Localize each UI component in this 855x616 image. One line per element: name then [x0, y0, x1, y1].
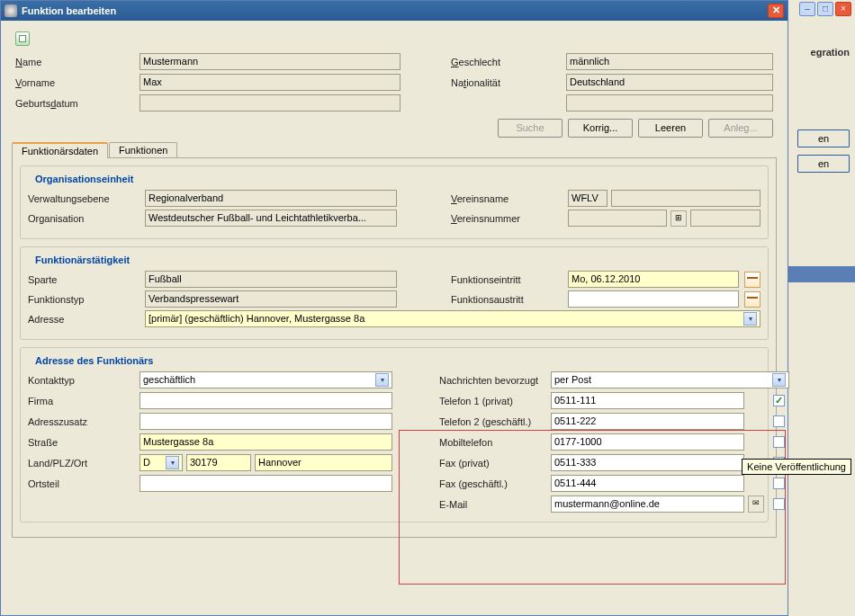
faxgeschaeftl-label: Fax (geschäftl.) — [439, 478, 547, 489]
faxgeschaeftl-field[interactable]: 0511-444 — [551, 475, 744, 492]
group-adresse-title: Adresse des Funktionärs — [32, 355, 157, 366]
firma-label: Firma — [28, 396, 136, 406]
mobiltelefon-checkbox[interactable] — [773, 436, 785, 448]
bg-close-button[interactable]: × — [835, 2, 851, 16]
person-form: Name Mustermann Geschlecht männlich Vorn… — [8, 51, 780, 113]
telefon2-field[interactable]: 0511-222 — [551, 413, 744, 430]
email-label: E-Mail — [439, 499, 547, 510]
tooltip-keine-veroeffentlichung: Keine Veröffentlichung — [742, 459, 851, 475]
name-field[interactable]: Mustermann — [140, 53, 400, 70]
adresszusatz-label: Adresszusatz — [28, 416, 136, 427]
vereinsname-field — [611, 190, 760, 207]
organisation-label: Organisation — [28, 213, 136, 224]
vereinsnummer-lookup-icon[interactable]: ⊞ — [670, 210, 687, 227]
chevron-down-icon[interactable]: ▾ — [375, 373, 389, 387]
faxprivat-label: Fax (privat) — [439, 458, 547, 469]
funktionstyp-field: Verbandspressewart — [145, 290, 397, 308]
kontakttyp-dropdown[interactable]: geschäftlich ▾ — [140, 371, 392, 388]
chevron-down-icon[interactable]: ▾ — [772, 373, 786, 387]
vorname-field[interactable]: Max — [140, 74, 400, 91]
adresse-dropdown[interactable]: [primär] (geschäftlich) Hannover, Muster… — [145, 310, 760, 327]
vereinsnummer-field — [568, 210, 667, 227]
vereinsname-label: Vereinsname — [451, 193, 559, 204]
telefon1-label: Telefon 1 (privat) — [439, 396, 547, 406]
geburtsdatum-label: Geburtsdatum — [15, 98, 132, 109]
group-organisation-title: Organisationseinheit — [32, 174, 137, 184]
land-value: D — [143, 455, 150, 470]
bg-button-2[interactable]: en — [797, 155, 850, 173]
search-button-row: Suche Korrig... Leeren Anleg... — [8, 113, 780, 139]
plz-field[interactable]: 30179 — [186, 454, 251, 471]
nachrichten-label: Nachrichten bevorzugt — [439, 375, 547, 386]
strasse-field[interactable]: Mustergasse 8a — [140, 433, 392, 451]
faxgeschaeftl-checkbox[interactable] — [773, 478, 785, 489]
nationalitaet-label: Nationalität — [451, 77, 559, 88]
verwaltungsebene-field: Regionalverband — [145, 190, 397, 207]
vereinsnummer-label: Vereinsnummer — [451, 213, 559, 224]
save-icon[interactable] — [15, 31, 30, 46]
window-title: Funktion bearbeiten — [22, 5, 768, 16]
mobiltelefon-label: Mobiltelefon — [439, 437, 547, 448]
korrig-button[interactable]: Korrig... — [568, 119, 633, 138]
ortsteil-label: Ortsteil — [28, 478, 136, 489]
funktionseintritt-label: Funktionseintritt — [451, 274, 559, 285]
kontakttyp-label: Kontakttyp — [28, 375, 136, 386]
bg-title-fragment: egration — [811, 47, 850, 58]
kontakttyp-value: geschäftlich — [143, 372, 195, 388]
funktionsaustritt-datepicker-icon[interactable] — [744, 291, 760, 308]
ortsteil-field[interactable] — [140, 475, 392, 492]
nationalitaet-field[interactable]: Deutschland — [566, 74, 773, 91]
tab-funktionaersdaten[interactable]: Funktionärsdaten — [12, 142, 108, 158]
anleg-button: Anleg... — [708, 119, 773, 138]
name-label: Name — [15, 57, 132, 67]
funktionstyp-label: Funktionstyp — [28, 294, 136, 305]
bg-highlight-strip — [787, 266, 855, 282]
telefon1-checkbox[interactable]: ✓ — [773, 395, 785, 406]
chevron-down-icon[interactable]: ▾ — [743, 312, 757, 326]
suche-button: Suche — [498, 119, 562, 138]
bg-min-button[interactable]: – — [799, 2, 815, 16]
close-icon[interactable]: ✕ — [768, 4, 784, 18]
bg-button-1[interactable]: en — [797, 129, 850, 147]
ort-field[interactable]: Hannover — [255, 454, 392, 471]
background-window — [787, 0, 855, 616]
geburtsdatum-display — [566, 94, 773, 112]
geschlecht-field[interactable]: männlich — [566, 53, 773, 70]
group-taetigkeit-title: Funktionärstätigkeit — [32, 254, 133, 265]
telefon2-checkbox[interactable] — [773, 415, 785, 427]
leeren-button[interactable]: Leeren — [638, 119, 703, 138]
landplzort-label: Land/PLZ/Ort — [28, 458, 136, 469]
tabs: Funktionärsdaten Funktionen Organisation… — [8, 141, 780, 538]
tab-funktionen[interactable]: Funktionen — [109, 142, 177, 157]
bg-max-button[interactable]: □ — [817, 2, 833, 16]
dialog-window: Funktion bearbeiten ✕ Name Mustermann Ge… — [0, 0, 788, 616]
land-dropdown[interactable]: D ▾ — [140, 454, 183, 471]
nachrichten-dropdown[interactable]: per Post ▾ — [551, 371, 789, 388]
email-send-icon[interactable]: ✉ — [748, 495, 764, 513]
funktionseintritt-field[interactable]: Mo, 06.12.2010 — [568, 271, 739, 288]
vorname-label: Vorname — [15, 77, 132, 88]
group-taetigkeit: Funktionärstätigkeit Sparte Fußball Funk… — [20, 246, 769, 340]
tab-panel: Organisationseinheit Verwaltungsebene Re… — [12, 157, 777, 538]
strasse-label: Straße — [28, 437, 136, 448]
bg-window-controls: – □ × — [799, 2, 851, 16]
group-organisation: Organisationseinheit Verwaltungsebene Re… — [20, 165, 769, 239]
faxprivat-field[interactable]: 0511-333 — [551, 454, 744, 471]
chevron-down-icon[interactable]: ▾ — [166, 456, 179, 469]
geburtsdatum-field[interactable] — [140, 94, 400, 112]
telefon1-field[interactable]: 0511-111 — [551, 392, 744, 409]
vereinsname-code-field: WFLV — [568, 190, 608, 207]
email-field[interactable]: mustermann@online.de — [551, 495, 744, 513]
group-adresse: Adresse des Funktionärs Kontakttyp gesch… — [20, 347, 769, 522]
funktionseintritt-datepicker-icon[interactable] — [744, 272, 760, 288]
adresszusatz-field[interactable] — [140, 413, 392, 430]
window-icon — [4, 4, 17, 17]
mobiltelefon-field[interactable]: 0177-1000 — [551, 433, 744, 451]
email-checkbox[interactable] — [773, 498, 785, 510]
funktionsaustritt-field[interactable] — [568, 290, 739, 308]
title-bar: Funktion bearbeiten ✕ — [1, 1, 788, 21]
adresse-label: Adresse — [28, 314, 136, 325]
firma-field[interactable] — [140, 392, 392, 409]
geschlecht-label: Geschlecht — [451, 57, 559, 67]
adresse-value: [primär] (geschäftlich) Hannover, Muster… — [148, 311, 364, 326]
